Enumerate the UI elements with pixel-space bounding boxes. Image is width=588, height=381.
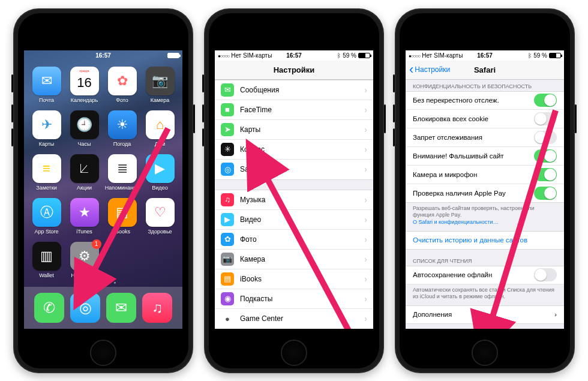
battery-icon [549,53,561,58]
row-label: Внимание! Фальшивый сайт [413,152,534,160]
toggle[interactable] [534,168,557,181]
row-icon: ◎ [221,163,234,176]
app-Погода[interactable]: ☀Погода [104,110,140,147]
chevron-icon: › [364,195,367,205]
app-Заметки[interactable]: ≡Заметки [29,154,64,191]
settings-row-Музыка[interactable]: ♫Музыка› [215,190,373,210]
safari-row-4[interactable]: Камера и микрофон [406,166,564,184]
phone-safari: Нет SIM-карты 16:57 59 % Настройки Safar… [395,8,575,373]
safari-row-1[interactable]: Блокировка всех cookie [406,110,564,128]
dock-app-Messages[interactable]: ✉ [106,293,136,323]
row-icon: ✉ [221,83,234,97]
row-label: Без перекрестного отслеж. [413,97,534,104]
row-label: Safari [240,165,364,173]
app-Напоминания[interactable]: ≣Напоминания [104,154,140,191]
extras-row[interactable]: Дополнения› [406,305,564,324]
app-Акции[interactable]: ⟀Акции [67,154,102,191]
battery-icon [358,53,370,58]
safari-row-5[interactable]: Проверка наличия Apple Pay [406,184,564,203]
row-icon: 📷 [221,253,234,266]
settings-row-Game Center[interactable]: ●Game Center› [215,309,373,329]
settings-list[interactable]: ✉Сообщения›■FaceTime›➤Карты›✳Компас›◎Saf… [215,80,373,329]
row-icon: ➤ [221,123,234,136]
app-Фото[interactable]: ✿Фото [104,67,140,103]
home-screen: Нет SIM-карты 16:57 ✉Почтасреда16Календа… [24,50,182,329]
phone-settings: Нет SIM-карты 16:57 59 % Настройки ✉Сооб… [204,8,384,373]
app-Часы[interactable]: 🕘Часы [67,110,102,147]
app-label: iBooks [114,229,130,235]
app-Настройки[interactable]: ⚙1Настройки [67,242,102,278]
app-label: Видео [152,185,167,191]
home-button[interactable] [90,340,116,366]
row-label: Сообщения [240,86,364,94]
app-label: Дом [155,141,165,147]
app-label: Фото [116,97,128,103]
settings-row-Сообщения[interactable]: ✉Сообщения› [215,80,373,100]
chevron-icon: › [364,105,367,115]
app-Камера[interactable]: 📷Камера [142,67,178,103]
settings-screen: Нет SIM-карты 16:57 59 % Настройки ✉Сооб… [215,50,373,329]
settings-row-FaceTime[interactable]: ■FaceTime› [215,100,373,120]
app-label: Напоминания [105,185,139,191]
row-label: Камера [240,255,364,263]
dock-app-Music[interactable]: ♫ [142,293,172,323]
settings-row-Компас[interactable]: ✳Компас› [215,140,373,160]
chevron-icon: › [364,215,367,224]
row-label: Видео [240,215,364,224]
dock-app-Phone[interactable]: ✆ [34,293,64,323]
clear-history-row[interactable]: Очистить историю и данные сайтов [406,231,564,250]
settings-row-Видео[interactable]: ▶Видео› [215,210,373,230]
home-button[interactable] [281,340,307,366]
privacy-link[interactable]: О Safari и конфиденциальности… [413,219,498,225]
app-Дом[interactable]: ⌂Дом [142,110,178,147]
app-Здоровье[interactable]: ♡Здоровье [142,198,178,235]
row-icon: ✳ [221,143,234,156]
chevron-icon: › [364,254,367,264]
chevron-icon: › [364,274,367,284]
battery-pct: 59 % [343,52,356,59]
toggle[interactable] [534,268,557,281]
settings-row-iBooks[interactable]: ▤iBooks› [215,269,373,289]
home-button[interactable] [472,340,498,366]
safari-row-2[interactable]: Запрет отслеживания [406,128,564,147]
app-App Store[interactable]: ⒶApp Store [29,198,64,235]
row-icon: ▤ [221,272,234,286]
safari-list[interactable]: КОНФИДЕНЦИАЛЬНОСТЬ И БЕЗОПАСНОСТЬ Без пе… [406,80,564,329]
app-iBooks[interactable]: ▤iBooks [104,198,140,235]
row-label: Проверка наличия Apple Pay [413,190,534,197]
safari-row-0[interactable]: Без перекрестного отслеж. [406,91,564,110]
row-icon: ✿ [221,233,234,246]
app-Wallet[interactable]: ▥Wallet [29,242,64,278]
toggle[interactable] [534,187,557,200]
safari-row-3[interactable]: Внимание! Фальшивый сайт [406,147,564,166]
toggle[interactable] [534,149,557,163]
settings-row-Камера[interactable]: 📷Камера› [215,250,373,269]
row-label: Карты [240,125,364,134]
chevron-icon: › [364,314,367,323]
settings-row-Safari[interactable]: ◎Safari› [215,160,373,179]
bluetooth-icon [528,52,532,59]
app-Видео[interactable]: ▶Видео [142,154,178,191]
app-Календарь[interactable]: среда16Календарь [67,67,102,103]
toggle[interactable] [534,94,557,107]
row-label: FaceTime [240,106,364,114]
app-Почта[interactable]: ✉Почта [29,67,64,103]
settings-row-Карты[interactable]: ➤Карты› [215,120,373,140]
phone-home: Нет SIM-карты 16:57 ✉Почтасреда16Календа… [13,8,193,373]
autosave-row[interactable]: Автосохранение офлайн [406,266,564,284]
app-iTunes[interactable]: ★iTunes [67,198,102,235]
app-Карты[interactable]: ✈︎Карты [29,110,64,147]
app-label: Акции [77,185,92,191]
carrier-label: Нет SIM-карты [422,52,463,59]
battery-icon [167,53,179,58]
settings-row-Подкасты[interactable]: ◉Подкасты› [215,289,373,309]
row-icon: ▶ [221,213,234,226]
settings-row-Фото[interactable]: ✿Фото› [215,230,373,250]
toggle[interactable] [534,131,557,144]
back-button[interactable]: Настройки [409,65,450,74]
dock-app-Safari[interactable]: ◎ [70,293,100,323]
toggle[interactable] [534,112,557,125]
row-label: Камера и микрофон [413,171,534,178]
row-icon: ● [221,312,234,325]
section-header-reading: СПИСОК ДЛЯ ЧТЕНИЯ [406,250,564,266]
